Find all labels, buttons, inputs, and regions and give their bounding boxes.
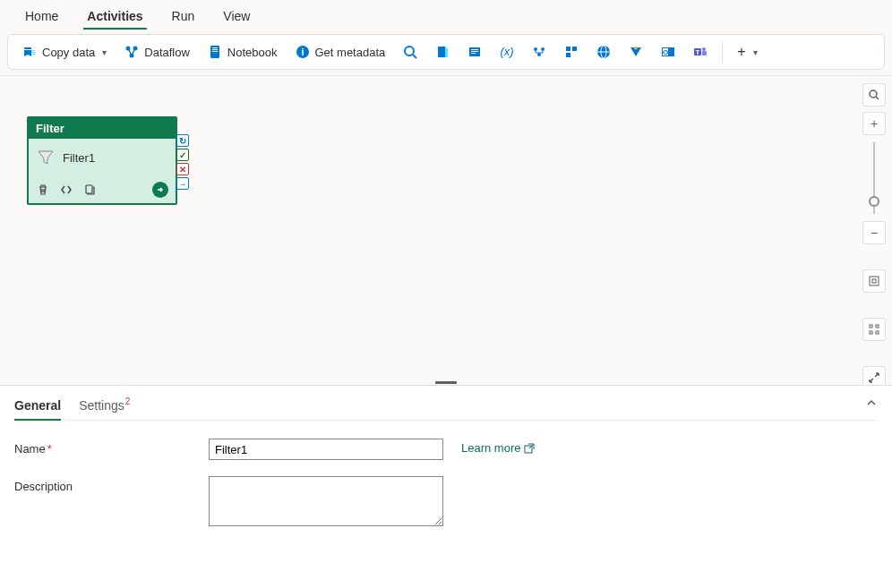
tab-general[interactable]: General [14,393,61,420]
run-icon[interactable] [152,182,168,198]
copy-data-button[interactable]: Copy data ▾ [15,41,114,63]
svg-rect-12 [471,49,478,50]
svg-rect-21 [566,53,570,57]
tab-run[interactable]: Run [158,4,210,29]
svg-rect-38 [876,325,879,328]
svg-point-1 [133,47,138,51]
activity-node-filter[interactable]: Filter Filter1 ↻ ✓ ✕ → [27,116,177,205]
settings-badge: 2 [125,396,131,406]
svg-point-17 [541,47,545,51]
properties-panel: General Settings2 Name* Learn more Descr… [0,385,892,588]
notebook-label: Notebook [227,46,278,59]
collapse-panel-button[interactable] [865,396,878,412]
add-activity-button[interactable]: + ▾ [730,40,764,64]
svg-point-16 [534,47,537,51]
tab-settings[interactable]: Settings2 [79,393,129,420]
code-icon[interactable] [59,183,73,197]
copy-data-icon [22,45,37,59]
dataflow-label: Dataflow [144,46,190,59]
dependency-handles: ↻ ✓ ✕ → [176,134,189,190]
stored-procedure-button[interactable] [460,38,489,66]
description-label: Description [14,476,198,493]
svg-rect-35 [870,277,879,285]
notebook-button[interactable]: Notebook [201,41,285,63]
chevron-down-icon: ▾ [102,47,107,57]
svg-rect-37 [870,325,872,328]
svg-rect-36 [872,279,876,283]
description-textarea[interactable] [209,476,443,526]
svg-rect-32 [86,185,92,193]
svg-rect-20 [572,47,577,51]
svg-rect-31 [702,51,707,55]
delete-icon[interactable] [36,183,50,197]
pipeline-canvas[interactable]: Filter Filter1 ↻ ✓ ✕ → [0,75,892,379]
svg-text:T: T [696,48,700,56]
plus-icon: + [737,44,745,60]
dataflow-button[interactable]: Dataflow [117,41,197,63]
on-skip-handle[interactable]: → [176,177,189,190]
teams-button[interactable]: T [686,38,715,66]
svg-rect-40 [876,331,879,334]
svg-point-33 [870,90,877,98]
svg-text:i: i [301,47,304,57]
svg-text:(x): (x) [501,45,514,58]
machine-learning-button[interactable] [525,38,553,66]
info-icon: i [296,45,310,59]
zoom-slider[interactable] [873,142,875,214]
lookup-button[interactable] [396,38,425,66]
svg-rect-6 [212,51,218,52]
svg-rect-39 [870,331,872,334]
filter-icon [36,148,56,167]
learn-more-link[interactable]: Learn more [461,439,535,455]
dataflow-icon [124,45,139,59]
tab-activities[interactable]: Activities [73,4,157,29]
activity-name: Filter1 [63,151,95,165]
variable-button[interactable]: (x) [493,38,521,66]
svg-text:O: O [663,48,668,56]
chevron-down-icon: ▾ [753,47,758,57]
on-fail-handle[interactable]: ✕ [176,163,189,175]
outlook-button[interactable]: O [654,38,682,66]
name-input[interactable] [209,439,443,460]
activity-type-label: Filter [29,118,176,139]
canvas-controls: + − [862,83,887,389]
zoom-thumb[interactable] [869,196,879,207]
notebook-icon [208,45,222,59]
svg-point-9 [405,47,414,55]
svg-rect-4 [212,47,218,48]
svg-line-10 [413,55,416,58]
on-success-handle[interactable]: ✓ [176,149,189,161]
top-tabs: Home Activities Run View [0,0,892,29]
fit-to-screen-button[interactable] [862,269,886,293]
web-button[interactable] [589,38,618,66]
svg-rect-5 [212,49,218,50]
get-metadata-label: Get metadata [315,46,386,59]
panel-tabs: General Settings2 [14,393,878,421]
kql-button[interactable] [557,38,586,66]
svg-point-30 [702,47,706,51]
svg-point-0 [126,47,131,51]
search-canvas-button[interactable] [862,83,886,107]
copy-data-label: Copy data [42,46,95,59]
zoom-in-button[interactable]: + [862,112,886,135]
name-label: Name* [14,439,198,456]
activities-toolbar: Copy data ▾ Dataflow Notebook i Get meta… [7,34,885,70]
copy-icon[interactable] [82,183,97,197]
svg-line-34 [876,97,879,99]
get-metadata-button[interactable]: i Get metadata [288,41,393,63]
svg-point-2 [130,54,134,58]
functions-button[interactable] [622,38,650,66]
tab-view[interactable]: View [209,4,264,29]
auto-align-button[interactable] [862,318,886,341]
on-completion-handle[interactable]: ↻ [176,134,189,147]
svg-rect-13 [471,51,478,52]
external-link-icon [524,443,535,454]
tab-home[interactable]: Home [11,4,73,29]
svg-rect-19 [566,47,570,51]
script-button[interactable] [428,38,457,66]
zoom-out-button[interactable]: − [862,221,886,244]
svg-rect-14 [471,53,476,54]
